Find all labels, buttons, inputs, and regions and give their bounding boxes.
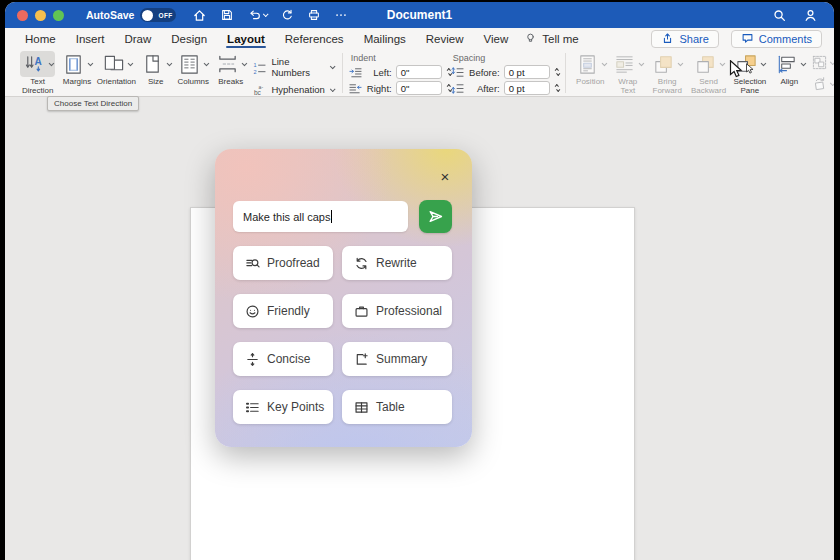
indent-stepper[interactable] bbox=[448, 84, 451, 92]
summary-icon bbox=[354, 352, 369, 367]
presence-icon bbox=[803, 8, 818, 23]
quick-access-toolbar bbox=[192, 8, 348, 23]
dialog-button-concise[interactable]: Concise bbox=[233, 342, 333, 376]
text-caret bbox=[331, 210, 332, 223]
dialog-button-friendly[interactable]: Friendly bbox=[233, 294, 333, 328]
home-button[interactable] bbox=[192, 8, 207, 23]
tab-view[interactable]: View bbox=[474, 28, 519, 49]
ribbon-button-iconbox bbox=[213, 51, 249, 77]
tell-me-control[interactable]: Tell me bbox=[524, 32, 578, 45]
indent-input-right-[interactable]: 0" bbox=[396, 81, 442, 95]
ribbon-button-hyphenation[interactable]: a-bcHyphenation bbox=[253, 83, 333, 96]
ribbon-button-rotate bbox=[812, 76, 834, 91]
undo-button[interactable] bbox=[247, 8, 267, 22]
tab-draw[interactable]: Draw bbox=[114, 28, 161, 49]
autosave-state: OFF bbox=[159, 12, 173, 19]
tab-layout[interactable]: Layout bbox=[217, 28, 275, 49]
ribbon-button-label: Size bbox=[148, 78, 164, 87]
svg-text:1: 1 bbox=[254, 62, 257, 68]
share-icon bbox=[661, 32, 674, 45]
tab-insert[interactable]: Insert bbox=[66, 28, 115, 49]
presence-button[interactable] bbox=[803, 8, 818, 23]
ribbon-separator bbox=[342, 53, 343, 93]
prompt-input[interactable]: Make this all caps bbox=[233, 201, 408, 232]
ribbon-button-orientation[interactable]: Orientation bbox=[97, 51, 136, 87]
table-icon bbox=[354, 400, 369, 415]
chevron-down-icon bbox=[556, 88, 560, 92]
chevron-down-icon bbox=[88, 61, 93, 66]
dialog-button-proofread[interactable]: Proofread bbox=[233, 246, 333, 280]
save-button[interactable] bbox=[220, 8, 234, 22]
rewrite-icon bbox=[354, 256, 369, 271]
share-button[interactable]: Share bbox=[651, 30, 718, 48]
ribbon-button-iconbox bbox=[573, 51, 609, 77]
professional-icon bbox=[354, 304, 369, 319]
ribbon-button-label: Send Backward bbox=[689, 78, 728, 96]
ribbon-button-iconbox bbox=[99, 51, 135, 77]
tab-review[interactable]: Review bbox=[416, 28, 474, 49]
ribbon-button-bring-forward: Bring Forward bbox=[648, 51, 687, 96]
ribbon-button-label: Hyphenation bbox=[271, 84, 324, 95]
spacing-label: After: bbox=[468, 83, 500, 94]
indent-stepper[interactable] bbox=[448, 68, 451, 76]
autosave-control: AutoSave OFF bbox=[86, 8, 176, 22]
ribbon-button-label: Bring Forward bbox=[648, 78, 687, 96]
spacing-input-before-[interactable]: 0 pt bbox=[504, 65, 550, 79]
indent-input-left-[interactable]: 0" bbox=[396, 65, 442, 79]
dialog-button-summary[interactable]: Summary bbox=[342, 342, 452, 376]
tab-mailings[interactable]: Mailings bbox=[354, 28, 416, 49]
ribbon-button-selection-pane[interactable]: Selection Pane bbox=[730, 51, 769, 96]
spacing-stepper[interactable] bbox=[556, 84, 559, 92]
ribbon-button-margins[interactable]: Margins bbox=[59, 51, 95, 87]
prompt-input-value: Make this all caps bbox=[243, 211, 330, 223]
tell-me-label: Tell me bbox=[542, 33, 578, 45]
minimize-window-button[interactable] bbox=[35, 10, 46, 21]
dialog-button-table[interactable]: Table bbox=[342, 390, 452, 424]
ribbon-button-text-direction[interactable]: AText Direction bbox=[18, 51, 57, 96]
ribbon-button-align[interactable]: Align bbox=[772, 51, 808, 87]
search-button[interactable] bbox=[772, 8, 787, 23]
chevron-down-icon bbox=[639, 61, 644, 66]
spacing-stepper[interactable] bbox=[556, 68, 559, 76]
orientation-icon bbox=[102, 53, 125, 76]
ribbon-button-label: Position bbox=[576, 78, 604, 87]
indent-left-icon bbox=[349, 66, 362, 79]
copilot-dialog: × Make this all caps ProofreadRewriteFri… bbox=[215, 149, 472, 447]
indent-row-left-: Left:0" bbox=[349, 65, 451, 79]
dialog-button-rewrite[interactable]: Rewrite bbox=[342, 246, 452, 280]
ribbon-button-label: Margins bbox=[63, 78, 91, 87]
send-button[interactable] bbox=[419, 200, 452, 233]
chevron-down-icon bbox=[330, 86, 336, 92]
tab-bar-actions: Share Comments bbox=[651, 30, 822, 48]
close-window-button[interactable] bbox=[17, 10, 28, 21]
ribbon-button-label: Text Direction bbox=[18, 78, 57, 96]
ribbon-button-size[interactable]: Size bbox=[138, 51, 174, 87]
print-button[interactable] bbox=[307, 8, 321, 22]
comments-button[interactable]: Comments bbox=[731, 30, 822, 48]
dialog-button-professional[interactable]: Professional bbox=[342, 294, 452, 328]
chevron-down-icon bbox=[556, 72, 560, 76]
tab-references[interactable]: References bbox=[275, 28, 354, 49]
autosave-toggle[interactable]: OFF bbox=[140, 8, 176, 22]
dialog-button-label: Table bbox=[376, 400, 405, 414]
dialog-button-key-points[interactable]: Key Points bbox=[233, 390, 333, 424]
ribbon-button-iconbox bbox=[59, 51, 95, 77]
tab-home[interactable]: Home bbox=[15, 28, 66, 49]
word-window: AutoSave OFF Document1 HomeInsertDrawDes… bbox=[5, 2, 834, 560]
margins-icon bbox=[62, 53, 85, 76]
tab-design[interactable]: Design bbox=[161, 28, 217, 49]
ribbon-button-iconbox bbox=[649, 51, 685, 77]
more-button[interactable] bbox=[334, 8, 348, 22]
ribbon-layout-tab: AText DirectionMarginsOrientationSizeCol… bbox=[5, 49, 834, 97]
spacing-input-after-[interactable]: 0 pt bbox=[504, 81, 550, 95]
zoom-window-button[interactable] bbox=[53, 10, 64, 21]
indent-label: Left: bbox=[366, 67, 392, 78]
redo-button[interactable] bbox=[280, 8, 294, 22]
ribbon-button-line-numbers[interactable]: 12Line Numbers bbox=[253, 56, 333, 78]
dialog-close-button[interactable]: × bbox=[437, 169, 453, 185]
autosave-toggle-knob bbox=[142, 10, 153, 21]
ribbon-button-label: Breaks bbox=[218, 78, 243, 87]
ribbon-button-columns[interactable]: Columns bbox=[175, 51, 211, 87]
chevron-down-icon bbox=[602, 61, 607, 66]
ribbon-button-breaks[interactable]: Breaks bbox=[213, 51, 249, 87]
